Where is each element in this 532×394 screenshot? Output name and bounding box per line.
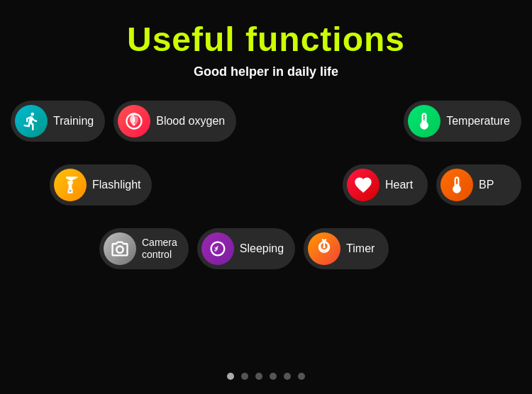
row-1-right: Temperature	[404, 101, 521, 142]
pagination-dot-5[interactable]	[284, 373, 291, 380]
heart-label: Heart	[385, 179, 413, 191]
sleeping-label: Sleeping	[240, 242, 284, 255]
bp-icon	[440, 169, 473, 201]
temperature-icon	[408, 105, 440, 137]
heart-svg	[353, 175, 373, 195]
flashlight-svg	[60, 175, 80, 195]
blood-oxygen-label: Blood oxygen	[156, 115, 225, 128]
sleeping-svg	[208, 239, 228, 259]
sleeping-icon	[201, 232, 234, 265]
camera-svg	[110, 239, 130, 259]
timer-icon	[308, 232, 340, 265]
chip-bp[interactable]: BP	[436, 164, 521, 206]
timer-svg	[314, 239, 334, 259]
chip-heart[interactable]: Heart	[343, 164, 428, 206]
svg-rect-0	[68, 181, 73, 182]
pagination-dot-4[interactable]	[270, 373, 277, 380]
pagination-dot-3[interactable]	[255, 373, 262, 380]
blood-oxygen-icon	[118, 105, 150, 137]
pagination-dot-6[interactable]	[298, 373, 305, 380]
row-3: Cameracontrol Sleeping	[0, 228, 532, 269]
functions-area: Training Blood oxygen Temperature	[0, 79, 532, 394]
chip-temperature[interactable]: Temperature	[404, 101, 521, 142]
flashlight-label: Flashlight	[92, 179, 140, 191]
chip-timer[interactable]: Timer	[304, 228, 389, 269]
blood-oxygen-svg	[124, 111, 144, 131]
pagination-dot-2[interactable]	[241, 373, 248, 380]
flashlight-icon	[54, 169, 87, 201]
temperature-svg	[414, 111, 434, 131]
page-title: Useful functions	[127, 20, 405, 59]
bp-label: BP	[479, 179, 494, 191]
chip-blood-oxygen[interactable]: Blood oxygen	[113, 101, 236, 142]
chip-sleeping[interactable]: Sleeping	[197, 228, 295, 269]
bp-svg	[447, 175, 467, 195]
row-2-right: Heart BP	[343, 164, 521, 206]
chip-camera-control[interactable]: Cameracontrol	[99, 228, 189, 269]
chip-training[interactable]: Training	[11, 101, 105, 142]
camera-control-icon	[104, 232, 136, 265]
heart-icon	[347, 169, 379, 201]
svg-point-2	[69, 189, 72, 192]
training-icon	[15, 105, 48, 137]
svg-rect-1	[69, 183, 72, 191]
timer-label: Timer	[346, 242, 375, 255]
pagination	[227, 373, 305, 380]
temperature-label: Temperature	[446, 115, 510, 128]
chip-flashlight[interactable]: Flashlight	[50, 164, 152, 206]
subtitle: Good helper in daily life	[194, 64, 338, 79]
camera-control-label: Cameracontrol	[142, 237, 177, 261]
training-label: Training	[53, 115, 94, 128]
training-svg	[21, 111, 41, 131]
pagination-dot-1[interactable]	[227, 373, 234, 380]
